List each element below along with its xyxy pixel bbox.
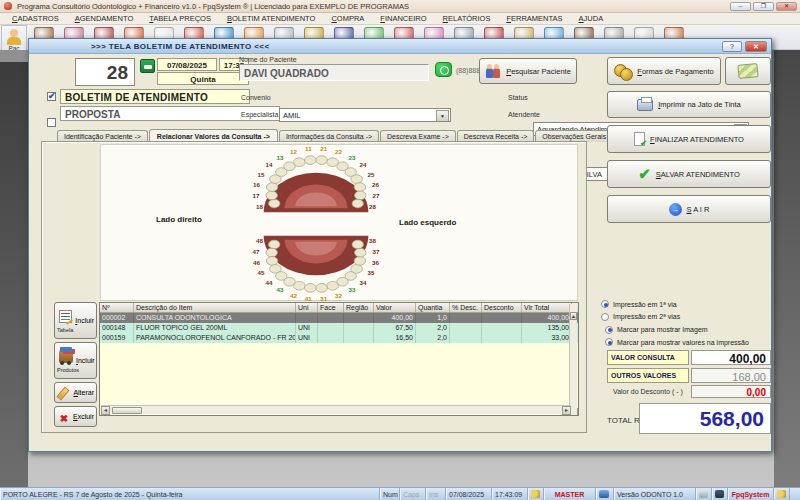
- finalize-button[interactable]: FINALIZAR ATENDIMENTO: [607, 125, 771, 153]
- tooth-42[interactable]: [294, 281, 305, 290]
- menu-item-agendamento[interactable]: AGENDAMENTO: [67, 13, 142, 24]
- restore-button[interactable]: ❐: [753, 2, 774, 11]
- statusbar-segment: Caps: [400, 488, 426, 500]
- statusbar-segment: PORTO ALEGRE - RS 7 de Agosto de 2025 - …: [0, 488, 380, 500]
- radio-icon[interactable]: [605, 326, 613, 334]
- menu-item-financeiro[interactable]: FINANCEIRO: [372, 13, 434, 24]
- column-header: Região: [344, 303, 374, 312]
- grid-hscrollbar[interactable]: ◄ ►: [101, 405, 571, 414]
- tooth-37[interactable]: [355, 248, 366, 257]
- tooth-48[interactable]: [269, 240, 280, 249]
- tooth-21[interactable]: [316, 156, 327, 165]
- printer-icon: [637, 99, 653, 111]
- whatsapp-icon[interactable]: [435, 62, 452, 77]
- dental-chart[interactable]: 1817161514131211212223242526272848474645…: [241, 145, 391, 301]
- radio-icon[interactable]: [605, 338, 613, 346]
- tooth-17[interactable]: [266, 191, 277, 200]
- close-button[interactable]: ✕: [776, 2, 797, 11]
- dialog-title-bar[interactable]: >>> TELA BOLETIM DE ATENDIMENTO <<< ? ✕: [29, 39, 771, 54]
- grid-vscrollbar[interactable]: ▲ ▼: [569, 304, 577, 416]
- scroll-down-icon[interactable]: ▼: [577, 408, 579, 416]
- tooth-47[interactable]: [266, 248, 277, 257]
- exit-button[interactable]: → S A I R: [607, 195, 771, 223]
- scroll-thumb[interactable]: [112, 407, 142, 414]
- tooth-41[interactable]: [305, 284, 316, 293]
- tab-panel: Lado direito Lado esquerdo 1817161514131…: [41, 141, 587, 433]
- tooth-28[interactable]: [352, 199, 363, 208]
- atendente-label: Atendente: [508, 111, 540, 118]
- search-patient-button[interactable]: Pesquisar Paciente: [479, 58, 577, 84]
- dialog-title: >>> TELA BOLETIM DE ATENDIMENTO <<<: [29, 42, 269, 51]
- statusbar-segment: 07/08/2025: [446, 488, 492, 500]
- incluir-tabela-button[interactable]: Tabela Incluir: [54, 302, 97, 339]
- banknotes-button[interactable]: [725, 57, 771, 85]
- statusbar-segment: FpqSystem: [728, 488, 774, 500]
- table-row[interactable]: 000002CONSULTA ODONTOLOGICA400,001,0400,…: [100, 313, 578, 323]
- outros-valores-label: OUTROS VALORES: [607, 368, 689, 383]
- tooth-number-24: 24: [360, 161, 367, 168]
- print-option-4[interactable]: Marcar para mostrar valores na impressão: [605, 338, 749, 346]
- convenio-select[interactable]: AMIL: [279, 108, 451, 122]
- scroll-up-icon[interactable]: ▲: [570, 312, 577, 320]
- boletim-checkbox[interactable]: [47, 92, 56, 101]
- record-number-field[interactable]: 28: [75, 58, 135, 86]
- incluir-produtos-button[interactable]: Produtos Incluir: [54, 342, 97, 379]
- outros-valores-value[interactable]: 168,00: [691, 368, 771, 383]
- tooth-35[interactable]: [351, 264, 362, 273]
- dialog-close-button[interactable]: ✕: [745, 41, 767, 52]
- tooth-16[interactable]: [266, 183, 277, 192]
- menu-item-cadastros[interactable]: CADASTROS: [4, 13, 67, 24]
- column-header: Uni: [296, 303, 318, 312]
- save-button[interactable]: ✔ SALVAR ATENDIMENTO: [607, 160, 771, 188]
- tooth-18[interactable]: [269, 199, 280, 208]
- alterar-button[interactable]: Alterar: [54, 382, 97, 403]
- menu-item-tabela-pre-os[interactable]: TABELA PREÇOS: [141, 13, 219, 24]
- tooth-number-22: 22: [335, 148, 342, 155]
- menu-item-compra[interactable]: COMPRA: [323, 13, 372, 24]
- patient-name-field[interactable]: DAVI QUADRADO: [239, 64, 429, 81]
- desconto-value[interactable]: 0,00: [691, 385, 771, 398]
- menu-item-ajuda[interactable]: AJUDA: [571, 13, 612, 24]
- tooth-12[interactable]: [294, 158, 305, 167]
- tooth-25[interactable]: [351, 175, 362, 184]
- convenio-label: Convenio: [241, 94, 271, 101]
- table-row[interactable]: 000148FLUOR TOPICO GEL 200MLUNI67,502,01…: [100, 323, 578, 333]
- tooth-38[interactable]: [352, 240, 363, 249]
- calendar-icon[interactable]: [140, 59, 155, 73]
- tooth-number-25: 25: [368, 171, 375, 178]
- tooth-number-35: 35: [368, 269, 375, 276]
- table-row[interactable]: 000159PARAMONOCLOROFENOL CANFORADO - FR …: [100, 333, 578, 343]
- tooth-31[interactable]: [316, 284, 327, 293]
- tooth-11[interactable]: [305, 156, 316, 165]
- print-option-3[interactable]: Marcar para mostrar Imagem: [605, 326, 708, 334]
- tooth-number-12: 12: [290, 148, 297, 155]
- person-icon: [10, 29, 18, 37]
- statusbar-segment: Num: [380, 488, 400, 500]
- tooth-number-14: 14: [266, 161, 273, 168]
- dialog-help-button[interactable]: ?: [722, 41, 742, 52]
- scroll-left-icon[interactable]: ◄: [101, 406, 110, 415]
- excluir-button[interactable]: ✖ Excluir: [54, 406, 97, 427]
- radio-icon[interactable]: [601, 313, 609, 321]
- menu-item-boletim-atendimento[interactable]: BOLETIM ATENDIMENTO: [219, 13, 324, 24]
- menu-bar: CADASTROSAGENDAMENTOTABELA PREÇOSBOLETIM…: [0, 13, 800, 25]
- scroll-right-icon[interactable]: ►: [562, 406, 571, 415]
- valor-consulta-value[interactable]: 400,00: [691, 350, 771, 365]
- print-option-2[interactable]: Impressão em 2ª vias: [601, 313, 680, 321]
- tooth-number-23: 23: [349, 154, 356, 161]
- payment-button[interactable]: Formas de Pagamento: [607, 57, 721, 85]
- print-inkjet-button[interactable]: Imprimir na Jato de Tinta: [607, 91, 771, 118]
- disk-icon: [599, 490, 609, 498]
- tooth-26[interactable]: [354, 183, 365, 192]
- menu-item-ferramentas[interactable]: FERRAMENTAS: [498, 13, 570, 24]
- menu-item-relat-rios[interactable]: RELATÓRIOS: [435, 13, 499, 24]
- minimize-button[interactable]: ─: [730, 2, 751, 11]
- proposta-checkbox[interactable]: [47, 118, 56, 127]
- tooth-27[interactable]: [355, 191, 366, 200]
- table-doc-icon: [59, 310, 72, 323]
- radio-icon[interactable]: [601, 300, 609, 308]
- print-option-1[interactable]: Impressão em 1ª via: [601, 300, 677, 308]
- tooth-36[interactable]: [354, 257, 365, 266]
- date-field[interactable]: 07/08/2025: [157, 58, 217, 71]
- tooth-46[interactable]: [266, 257, 277, 266]
